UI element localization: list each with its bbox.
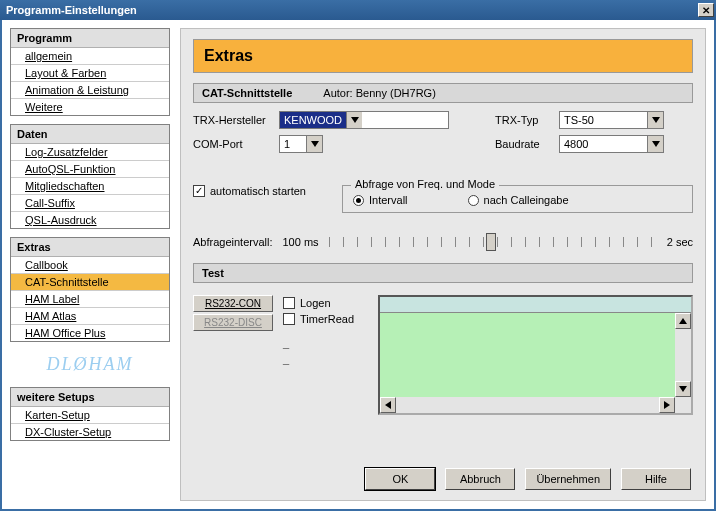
footer-buttons: OK Abbruch Übernehmen Hilfe: [365, 468, 691, 490]
test-section-header: Test: [193, 263, 693, 283]
page-title: Extras: [193, 39, 693, 73]
label-baudrate: Baudrate: [495, 138, 551, 150]
row-autostart-abfrage: ✓ automatisch starten Abfrage von Freq. …: [193, 185, 693, 213]
navitem-cat-schnittstelle[interactable]: CAT-Schnittstelle: [11, 274, 169, 291]
navgroup-header: Extras: [11, 238, 169, 257]
checkbox-icon: ✓: [193, 185, 205, 197]
window-title: Programm-Einstellungen: [6, 4, 137, 16]
scroll-up-icon[interactable]: [675, 313, 691, 329]
test-dash1: _: [283, 337, 368, 349]
radio-label: nach Calleingabe: [484, 194, 569, 206]
navitem-ham-office-plus[interactable]: HAM Office Plus: [11, 325, 169, 341]
test-area: RS232-CON RS232-DISC Logen TimerRead _ _: [193, 295, 693, 415]
checkbox-icon: [283, 297, 295, 309]
ok-button[interactable]: OK: [365, 468, 435, 490]
navitem-layout-farben[interactable]: Layout & Farben: [11, 65, 169, 82]
groupbox-legend: Abfrage von Freq. und Mode: [351, 178, 499, 190]
navitem-allgemein[interactable]: allgemein: [11, 48, 169, 65]
navitem-karten-setup[interactable]: Karten-Setup: [11, 407, 169, 424]
combo-com-port[interactable]: 1: [279, 135, 323, 153]
slider-min: 100 ms: [283, 236, 319, 248]
navitem-mitgliedschaften[interactable]: Mitgliedschaften: [11, 178, 169, 195]
button-rs232-con[interactable]: RS232-CON: [193, 295, 273, 312]
titlebar: Programm-Einstellungen ✕: [0, 0, 716, 20]
test-output-body: [380, 313, 691, 397]
slider-intervall[interactable]: [329, 231, 657, 253]
label-abfrageintervall: Abfrageintervall:: [193, 236, 273, 248]
radio-label: Intervall: [369, 194, 408, 206]
test-dash2: _: [283, 353, 368, 365]
scroll-down-icon[interactable]: [675, 381, 691, 397]
navitem-animation-leistung[interactable]: Animation & Leistung: [11, 82, 169, 99]
combo-trx-hersteller[interactable]: KENWOOD: [279, 111, 449, 129]
sidebar: Programm allgemein Layout & Farben Anima…: [10, 28, 170, 501]
brand-logo: DLØHAM: [10, 350, 170, 379]
check-label: Logen: [300, 297, 331, 309]
check-label: automatisch starten: [210, 185, 306, 197]
slider-thumb[interactable]: [486, 233, 496, 251]
scroll-right-icon[interactable]: [659, 397, 675, 413]
navitem-callbook[interactable]: Callbook: [11, 257, 169, 274]
navitem-call-suffix[interactable]: Call-Suffix: [11, 195, 169, 212]
radio-calleingabe[interactable]: nach Calleingabe: [468, 194, 569, 206]
navitem-qsl-ausdruck[interactable]: QSL-Ausdruck: [11, 212, 169, 228]
chevron-down-icon[interactable]: [647, 136, 663, 152]
main-panel: Extras CAT-Schnittstelle Autor: Benny (D…: [180, 28, 706, 501]
cat-section-header: CAT-Schnittstelle Autor: Benny (DH7RG): [193, 83, 693, 103]
test-output-pane: [378, 295, 693, 415]
navitem-ham-label[interactable]: HAM Label: [11, 291, 169, 308]
row-com-baud: COM-Port 1 Baudrate 4800: [193, 135, 693, 153]
uebernehmen-button[interactable]: Übernehmen: [525, 468, 611, 490]
test-header-label: Test: [202, 267, 224, 279]
navgroup-extras: Extras Callbook CAT-Schnittstelle HAM La…: [10, 237, 170, 342]
navgroup-programm: Programm allgemein Layout & Farben Anima…: [10, 28, 170, 116]
navitem-ham-atlas[interactable]: HAM Atlas: [11, 308, 169, 325]
label-com-port: COM-Port: [193, 138, 271, 150]
navgroup-weitere-setups: weitere Setups Karten-Setup DX-Cluster-S…: [10, 387, 170, 441]
vertical-scrollbar[interactable]: [675, 313, 691, 397]
navgroup-daten: Daten Log-Zusatzfelder AutoQSL-Funktion …: [10, 124, 170, 229]
check-label: TimerRead: [300, 313, 354, 325]
groupbox-abfrage: Abfrage von Freq. und Mode Intervall nac…: [342, 185, 693, 213]
chevron-down-icon[interactable]: [647, 112, 663, 128]
combo-value: 4800: [560, 136, 647, 152]
check-autostart[interactable]: ✓ automatisch starten: [193, 185, 306, 197]
radio-icon: [353, 195, 364, 206]
navgroup-header: Programm: [11, 29, 169, 48]
button-rs232-disc: RS232-DISC: [193, 314, 273, 331]
scroll-left-icon[interactable]: [380, 397, 396, 413]
navitem-log-zusatzfelder[interactable]: Log-Zusatzfelder: [11, 144, 169, 161]
rs-buttons: RS232-CON RS232-DISC: [193, 295, 273, 415]
row-abfrageintervall: Abfrageintervall: 100 ms 2 sec: [193, 231, 693, 253]
check-timerread[interactable]: TimerRead: [283, 313, 368, 325]
abbruch-button[interactable]: Abbruch: [445, 468, 515, 490]
check-logen[interactable]: Logen: [283, 297, 368, 309]
combo-value: TS-50: [560, 112, 647, 128]
navitem-dx-cluster-setup[interactable]: DX-Cluster-Setup: [11, 424, 169, 440]
label-trx-hersteller: TRX-Hersteller: [193, 114, 271, 126]
cat-author: Autor: Benny (DH7RG): [323, 87, 435, 99]
combo-value: 1: [280, 136, 306, 152]
chevron-down-icon[interactable]: [306, 136, 322, 152]
chevron-down-icon[interactable]: [346, 112, 362, 128]
navgroup-header: Daten: [11, 125, 169, 144]
slider-max: 2 sec: [667, 236, 693, 248]
combo-value: KENWOOD: [280, 112, 346, 128]
navitem-weitere[interactable]: Weitere: [11, 99, 169, 115]
navitem-autoqsl-funktion[interactable]: AutoQSL-Funktion: [11, 161, 169, 178]
label-trx-typ: TRX-Typ: [495, 114, 551, 126]
test-checks: Logen TimerRead _ _: [283, 295, 368, 415]
hilfe-button[interactable]: Hilfe: [621, 468, 691, 490]
radio-intervall[interactable]: Intervall: [353, 194, 408, 206]
checkbox-icon: [283, 313, 295, 325]
row-trx: TRX-Hersteller KENWOOD TRX-Typ TS-50: [193, 111, 693, 129]
combo-trx-typ[interactable]: TS-50: [559, 111, 664, 129]
radio-icon: [468, 195, 479, 206]
cat-header-label: CAT-Schnittstelle: [202, 87, 292, 99]
client-area: Programm allgemein Layout & Farben Anima…: [0, 20, 716, 511]
horizontal-scrollbar[interactable]: [380, 397, 691, 413]
combo-baudrate[interactable]: 4800: [559, 135, 664, 153]
test-output-header: [380, 297, 691, 313]
navgroup-header: weitere Setups: [11, 388, 169, 407]
close-icon[interactable]: ✕: [698, 3, 714, 17]
